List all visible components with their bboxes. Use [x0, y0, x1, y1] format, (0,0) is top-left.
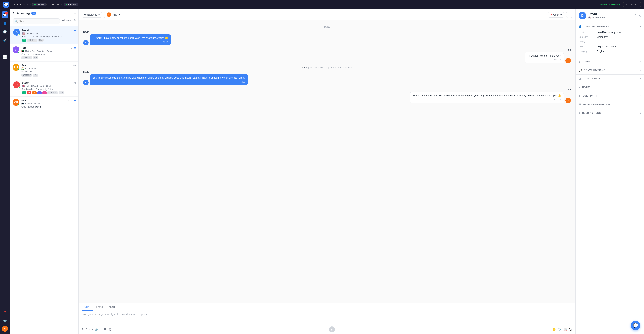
- team-status: OUR TEAM IS ? ONLINE: [13, 3, 46, 6]
- eva-location-text: Estonia / Tallinn: [25, 103, 40, 105]
- conv-item-stacy[interactable]: R Stacy 8M 🇬🇧 United Kingdom / Sheffield…: [10, 79, 78, 97]
- rp-avatar: D: [578, 12, 586, 19]
- section-device-info-header[interactable]: 🖥 DEVICE INFORMATION ›: [576, 100, 644, 109]
- online-agents-count: ONLINE: 3 AGENTS: [598, 3, 620, 6]
- chat-more-button[interactable]: ⋮: [566, 12, 572, 18]
- rp-user-info: David 🇺🇸 United States: [588, 12, 606, 19]
- sidebar-item-contacts[interactable]: 👤: [2, 20, 8, 27]
- more-icon: ⋮: [568, 13, 570, 16]
- msg2-avatar: A: [83, 80, 88, 85]
- message-group-1: David A Hi there! I have a few questions…: [83, 31, 571, 45]
- stacy-source: SOURCE: [47, 91, 58, 94]
- team-online-pill[interactable]: ONLINE: [32, 3, 47, 6]
- rp-header: D David 🇺🇸 United States ⋮ ✕: [576, 9, 644, 22]
- sidebar-item-campaigns[interactable]: ✈️: [2, 37, 8, 43]
- message-input[interactable]: [82, 313, 572, 322]
- code-icon[interactable]: </>: [89, 328, 93, 331]
- david-location-text: United States: [26, 32, 38, 35]
- tab-email[interactable]: EMAIL: [94, 304, 106, 311]
- sean-source-val: N/A: [32, 74, 38, 77]
- conv-settings-icon[interactable]: ⚙: [74, 19, 76, 22]
- language-value: English: [597, 50, 641, 53]
- status-dropdown[interactable]: Open ▾: [548, 12, 564, 17]
- knowledge-icon[interactable]: 📖: [564, 328, 567, 331]
- section-device-info: 🖥 DEVICE INFORMATION ›: [576, 100, 644, 109]
- chat-input-area: CHAT EMAIL NOTE B I </> 🔗 " ☰ @ ▶ 😊 📎 📖 …: [78, 303, 575, 334]
- david-name-row: David 2M: [22, 29, 72, 32]
- italic-icon[interactable]: I: [86, 328, 86, 331]
- user-avatar-sidebar[interactable]: A: [2, 326, 8, 332]
- logout-icon: →: [625, 3, 628, 6]
- conv-item-eva[interactable]: OF Eva 41M 🇪🇪 Estonia / Tallinn Chat mar…: [10, 97, 78, 111]
- tab-chat[interactable]: CHAT: [82, 304, 94, 311]
- sidebar-item-reports[interactable]: 📊: [2, 53, 8, 60]
- sidebar-item-kb[interactable]: ▭: [2, 45, 8, 52]
- eva-avatar: OF: [12, 99, 20, 106]
- sean-name: Sean: [21, 64, 27, 67]
- unread-filter[interactable]: Unread: [62, 19, 72, 22]
- conv-item-sean[interactable]: HJ Sean 7M 🇮🇳 India / Patan thanks man S…: [10, 61, 78, 79]
- conv-list-chevron[interactable]: ▾: [74, 11, 76, 15]
- conv-item-tom[interactable]: SI Tom 4M 🇦🇪 United Arab Emirates / Duba…: [10, 44, 78, 61]
- conversation-list: All incoming 26 ▾ 🔍 Unread ⚙ D: [10, 9, 78, 334]
- eva-name: Eva: [21, 99, 26, 102]
- saved-responses-icon[interactable]: 💬: [569, 328, 572, 331]
- msg2-time: 12:11: [93, 80, 245, 83]
- message-group-out2: Ana That is absolutely right! You can cr…: [83, 88, 571, 103]
- logout-button[interactable]: → LOG OUT: [623, 2, 641, 7]
- agent-dropdown[interactable]: A Ana ▾: [104, 11, 122, 18]
- section-tags-header[interactable]: 🏷 TAGS ›: [576, 57, 644, 66]
- floating-chat-button[interactable]: 💬: [631, 321, 640, 330]
- sidebar-item-settings[interactable]: ⚙️: [2, 317, 8, 324]
- chat-status-value: SHOWN: [68, 3, 76, 6]
- sidebar-item-help[interactable]: ❓: [2, 309, 8, 316]
- david-flag: 🇺🇸: [22, 32, 25, 35]
- tab-note[interactable]: NOTE: [106, 304, 118, 311]
- search-input[interactable]: [19, 20, 58, 23]
- mention-icon[interactable]: @: [108, 328, 111, 331]
- section-user-actions-header[interactable]: ≡ USER ACTIONS ›: [576, 109, 644, 117]
- assign-dropdown[interactable]: Unassigned ▾: [82, 12, 102, 17]
- attachment-icon[interactable]: 📎: [558, 328, 561, 331]
- section-user-path: ◆ USER PATH ›: [576, 92, 644, 100]
- stacy-tag-f: F: [42, 91, 46, 94]
- send-button[interactable]: ▶: [329, 326, 335, 333]
- section-user-info-header[interactable]: 👤 USER INFORMATION ▾: [576, 22, 644, 31]
- bold-icon[interactable]: B: [82, 328, 84, 331]
- eva-avatar-wrap: OF: [12, 99, 20, 108]
- notes-icon: ≡: [578, 86, 580, 89]
- quote-icon[interactable]: ": [100, 328, 102, 331]
- list-icon[interactable]: ☰: [104, 328, 106, 331]
- conv-item-david[interactable]: D David 2M 🇺🇸 United States Ana: That is…: [10, 26, 78, 44]
- sidebar-item-history[interactable]: 🕐: [2, 28, 8, 35]
- team-status-value: ONLINE: [37, 3, 45, 6]
- field-language: Language English: [578, 50, 641, 53]
- sean-source: SOURCE: [21, 74, 32, 77]
- section-conversations-header[interactable]: 💬 CONVERSATIONS ›: [576, 66, 644, 74]
- conv-search-bar: 🔍: [12, 18, 60, 24]
- section-user-actions: ≡ USER ACTIONS ›: [576, 109, 644, 117]
- company-value: Company: [597, 35, 641, 38]
- team-help-icon[interactable]: ?: [30, 3, 30, 6]
- section-user-info-content: Email david@company.com Company Company …: [576, 31, 644, 57]
- section-custom-data-header[interactable]: ⊟ CUSTOM DATA ›: [576, 74, 644, 83]
- rp-more-button[interactable]: ⋮: [634, 14, 637, 17]
- rp-close-button[interactable]: ✕: [638, 14, 641, 17]
- phone-value: —: [597, 40, 641, 43]
- section-notes-header[interactable]: ≡ NOTES ›: [576, 83, 644, 91]
- section-notes: ≡ NOTES ›: [576, 83, 644, 92]
- emoji-icon[interactable]: 😊: [552, 328, 556, 331]
- chat-help-icon[interactable]: ?: [61, 3, 62, 6]
- rp-user-location: 🇺🇸 United States: [588, 16, 606, 19]
- out2-bubble: That is absolutely right! You can create…: [410, 92, 564, 103]
- sidebar-item-chat[interactable]: 💬 27: [2, 11, 8, 18]
- chat-status-dot: [66, 4, 67, 5]
- link-icon[interactable]: 🔗: [95, 328, 98, 331]
- section-user-path-header[interactable]: ◆ USER PATH ›: [576, 92, 644, 100]
- chat-shown-pill[interactable]: SHOWN: [64, 3, 78, 6]
- stacy-tag-r: R: [27, 91, 31, 94]
- user-actions-icon: ≡: [578, 111, 580, 115]
- sean-location-text: India / Patan: [25, 67, 37, 70]
- topbar: 💬 OUR TEAM IS ? ONLINE CHAT IS ? SHOWN O…: [0, 0, 644, 9]
- tom-name: Tom: [21, 46, 26, 49]
